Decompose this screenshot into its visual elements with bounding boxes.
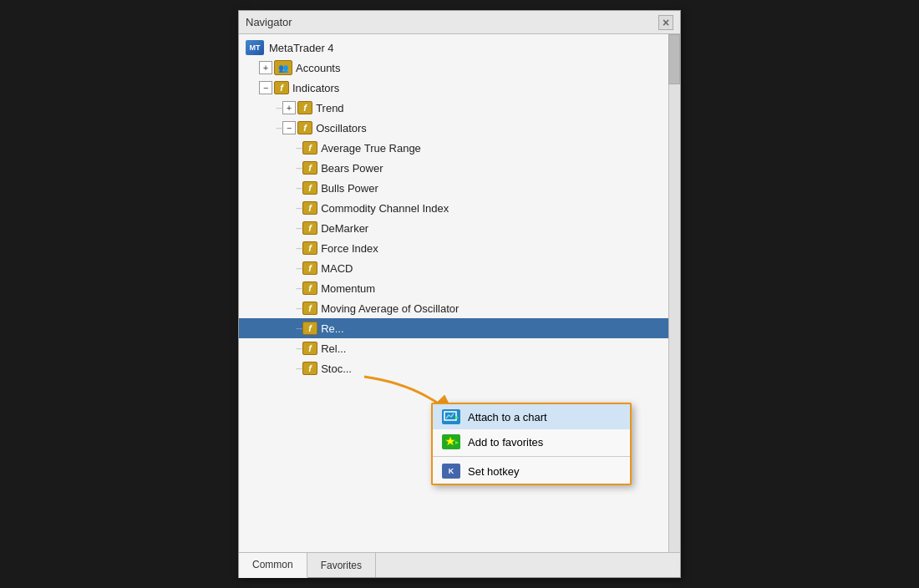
oscillators-icon: f: [297, 121, 312, 134]
tab-bar: Common Favorites: [239, 552, 680, 577]
tree-item-bears-power[interactable]: ···· f Bears Power: [239, 158, 668, 178]
scrollbar-thumb[interactable]: [668, 34, 680, 84]
momentum-icon: f: [302, 281, 317, 295]
stoch-label: Stoc...: [321, 362, 352, 375]
svg-marker-2: [455, 416, 459, 419]
trend-line: ····: [276, 104, 282, 113]
stoch-dotline: ····: [296, 364, 302, 373]
context-menu-separator: [433, 456, 630, 457]
context-menu-hotkey[interactable]: K Set hotkey: [433, 459, 630, 484]
tab-common-label: Common: [252, 559, 293, 570]
atr-label: Average True Range: [321, 142, 421, 155]
rel-dotline: ····: [296, 344, 302, 353]
tree-item-trend[interactable]: ···· + f Trend: [239, 98, 668, 118]
metatrader-icon: MT: [246, 40, 264, 55]
demarker-icon: f: [302, 221, 317, 235]
context-menu-favorites[interactable]: Add to favorites: [433, 429, 630, 454]
macd-dotline: ····: [296, 264, 302, 273]
osma-icon: f: [302, 302, 317, 315]
window-title: Navigator: [246, 16, 292, 28]
bears-label: Bears Power: [321, 162, 383, 175]
tree-item-demarker[interactable]: ···· f DeMarker: [239, 218, 668, 238]
close-button[interactable]: ×: [658, 15, 673, 30]
tab-common[interactable]: Common: [239, 553, 307, 578]
tree-item-indicators[interactable]: − f Indicators: [239, 78, 668, 98]
demarker-label: DeMarker: [321, 222, 368, 235]
trend-icon: f: [297, 101, 312, 114]
bulls-icon: f: [302, 181, 317, 195]
tree-item-rel[interactable]: ···· f Rel...: [239, 338, 668, 358]
trend-expander[interactable]: +: [282, 101, 296, 114]
cci-dotline: ····: [296, 204, 302, 213]
add-favorites-icon: [442, 434, 460, 449]
osma-dotline: ····: [296, 304, 302, 313]
attach-icon: [441, 408, 461, 425]
attach-chart-icon: [442, 409, 460, 424]
tree-item-bulls-power[interactable]: ···· f Bulls Power: [239, 178, 668, 198]
accounts-icon: 👥: [274, 60, 292, 75]
tree-item-momentum[interactable]: ···· f Momentum: [239, 278, 668, 298]
atr-icon: f: [302, 141, 317, 155]
tree-item-cci[interactable]: ···· f Commodity Channel Index: [239, 198, 668, 218]
rel-icon: f: [302, 342, 317, 355]
cci-label: Commodity Channel Index: [321, 202, 449, 215]
accounts-expander[interactable]: +: [259, 61, 272, 74]
bulls-dotline: ····: [296, 184, 302, 193]
force-dotline: ····: [296, 244, 302, 253]
tree-content: MT MetaTrader 4 + 👥 Accounts − f Indicat…: [239, 38, 680, 378]
oscillators-line: ····: [276, 124, 282, 133]
indicators-icon: f: [274, 81, 289, 94]
tree-item-stoch[interactable]: ···· f Stoc...: [239, 358, 668, 378]
tree-item-oscillators[interactable]: ···· − f Oscillators: [239, 118, 668, 138]
tree-item-osma[interactable]: ···· f Moving Average of Oscillator: [239, 298, 668, 318]
tree-item-macd[interactable]: ···· f MACD: [239, 258, 668, 278]
attach-label: Attach to a chart: [468, 411, 547, 423]
tree-item-rsi[interactable]: ···· f Re...: [239, 318, 668, 338]
title-bar: Navigator ×: [239, 11, 680, 34]
bears-icon: f: [302, 161, 317, 175]
indicators-expander[interactable]: −: [259, 81, 272, 94]
svg-marker-4: [455, 441, 459, 444]
bears-dotline: ····: [296, 164, 302, 173]
rsi-label: Re...: [321, 322, 343, 335]
tree-container: MT MetaTrader 4 + 👥 Accounts − f Indicat…: [239, 34, 680, 552]
cci-icon: f: [302, 201, 317, 215]
rsi-icon: f: [302, 322, 317, 335]
favorites-icon-wrap: [441, 433, 461, 450]
tree-item-atr[interactable]: ···· f Average True Range: [239, 138, 668, 158]
set-hotkey-icon: K: [442, 464, 460, 479]
favorites-label: Add to favorites: [468, 436, 543, 449]
hotkey-label: Set hotkey: [468, 465, 519, 478]
momentum-dotline: ····: [296, 284, 302, 293]
context-menu-attach[interactable]: Attach to a chart: [433, 404, 630, 429]
macd-label: MACD: [321, 262, 353, 275]
navigator-window: Navigator × MT MetaTrader 4 + 👥 Accounts…: [238, 10, 681, 578]
svg-marker-3: [445, 437, 454, 445]
indicators-label: Indicators: [292, 82, 339, 94]
oscillators-expander[interactable]: −: [282, 121, 296, 134]
demarker-dotline: ····: [296, 224, 302, 233]
context-menu: Attach to a chart Add to favorites: [431, 403, 632, 485]
macd-icon: f: [302, 261, 317, 275]
oscillators-label: Oscillators: [316, 122, 367, 134]
trend-label: Trend: [316, 102, 343, 114]
accounts-label: Accounts: [296, 62, 340, 74]
rel-label: Rel...: [321, 342, 346, 355]
tree-root[interactable]: MT MetaTrader 4: [239, 38, 668, 58]
osma-label: Moving Average of Oscillator: [321, 302, 459, 315]
bulls-label: Bulls Power: [321, 182, 378, 195]
force-icon: f: [302, 241, 317, 255]
momentum-label: Momentum: [321, 282, 375, 295]
stoch-icon: f: [302, 362, 317, 375]
rsi-dotline: ····: [296, 324, 302, 333]
atr-dotline: ····: [296, 144, 302, 153]
tree-item-accounts[interactable]: + 👥 Accounts: [239, 58, 668, 78]
tree-item-force-index[interactable]: ···· f Force Index: [239, 238, 668, 258]
scrollbar[interactable]: [668, 34, 680, 552]
hotkey-icon-wrap: K: [441, 463, 461, 479]
tab-favorites[interactable]: Favorites: [307, 553, 376, 577]
tab-favorites-label: Favorites: [321, 560, 362, 571]
root-label: MetaTrader 4: [269, 42, 334, 54]
force-label: Force Index: [321, 242, 378, 255]
